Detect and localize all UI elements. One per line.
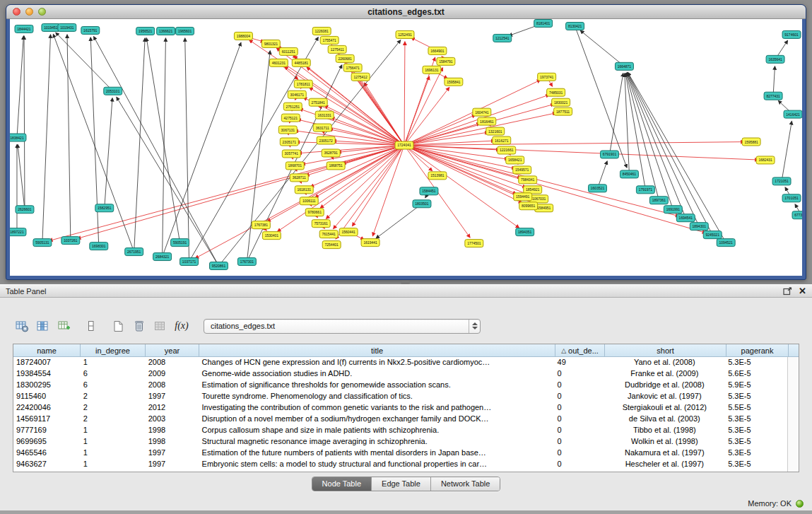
graph-node[interactable]: 1897221 — [10, 228, 26, 236]
graph-node[interactable]: 1781811 — [294, 80, 312, 88]
graph-node[interactable]: 2684321 — [153, 253, 172, 261]
graph-node[interactable]: 3057741 — [282, 150, 300, 158]
graph-node[interactable]: 8450461 — [620, 170, 638, 178]
close-panel-icon[interactable]: ✕ — [799, 286, 806, 296]
network-canvas-container[interactable]: 1724041160474118164611321601161627112216… — [10, 19, 802, 276]
graph-node[interactable]: 1868751 — [326, 162, 345, 170]
graph-node[interactable]: 2751251 — [283, 103, 302, 110]
network-view-window[interactable]: citations_edges.txt 17240411604741181646… — [6, 4, 806, 280]
graph-node[interactable]: 1513981 — [428, 172, 447, 180]
tab-network-table[interactable]: Network Table — [431, 477, 500, 491]
graph-node[interactable]: 1594491 — [514, 193, 532, 201]
graph-node[interactable]: 1877511 — [554, 107, 572, 115]
graph-node[interactable]: 1791971 — [636, 186, 654, 194]
graph-node[interactable]: 1767301 — [237, 258, 256, 266]
graph-node[interactable]: 4601231 — [269, 59, 288, 66]
graph-node[interactable]: 2053101 — [104, 87, 122, 95]
column-header-out_degree[interactable]: △out_de... — [555, 344, 605, 357]
graph-node[interactable]: 1965601 — [176, 27, 194, 35]
zoom-window-button[interactable] — [38, 8, 46, 16]
graph-node[interactable]: 7254401 — [322, 241, 341, 249]
show-columns-icon[interactable] — [34, 317, 52, 335]
graph-node[interactable]: 9245021 — [703, 231, 722, 239]
network-canvas[interactable]: 1724041160474118164611321601161627112216… — [10, 19, 802, 276]
graph-node[interactable]: 1988004 — [234, 32, 252, 40]
graph-node[interactable]: 1530401 — [262, 232, 281, 240]
graph-node[interactable]: 3067131 — [278, 126, 297, 134]
graph-node[interactable]: 9174601 — [782, 30, 801, 38]
graph-node[interactable]: 1724041 — [395, 141, 413, 149]
delete-icon[interactable] — [130, 317, 148, 335]
table-scrollbar[interactable] — [787, 357, 799, 472]
graph-node[interactable]: 1774501 — [465, 240, 483, 247]
float-panel-icon[interactable] — [783, 287, 792, 296]
graph-node[interactable]: 1416421 — [784, 110, 802, 118]
graph-node[interactable]: 1721051 — [772, 177, 791, 185]
graph-node[interactable]: 2626601 — [16, 206, 34, 214]
graph-node[interactable]: 1854921 — [524, 186, 542, 194]
table-row[interactable]: 1456911722003Disruption of a novel membe… — [13, 414, 787, 425]
table-row[interactable]: 969969511998Structural magnetic resonanc… — [13, 436, 787, 448]
graph-node[interactable]: 1067031 — [530, 195, 548, 203]
graph-node[interactable]: 1635641 — [766, 55, 784, 63]
graph-node[interactable]: 3628791 — [322, 149, 340, 157]
table-row[interactable]: 1938455462009Genome-wide association stu… — [13, 368, 787, 380]
graph-node[interactable]: 1696131 — [423, 66, 441, 74]
table-mode-icon[interactable] — [13, 317, 31, 335]
tab-edge-table[interactable]: Edge Table — [372, 477, 431, 491]
graph-node[interactable]: 1897361 — [649, 197, 668, 204]
graph-node[interactable]: 1755471 — [320, 36, 339, 44]
graph-node[interactable]: 1582951 — [95, 204, 114, 212]
graph-node[interactable]: 7573161 — [312, 220, 330, 228]
graph-node[interactable]: 1658421 — [506, 156, 524, 164]
graph-node[interactable]: 1631331 — [315, 111, 334, 119]
window-titlebar[interactable]: citations_edges.txt — [6, 5, 806, 19]
graph-node[interactable]: 1894351 — [516, 228, 534, 236]
graph-node[interactable]: 1664901 — [428, 47, 447, 54]
graph-node[interactable]: 2751841 — [309, 98, 327, 106]
graph-node[interactable]: 1756471 — [343, 64, 362, 71]
column-header-title[interactable]: title — [199, 344, 555, 357]
graph-node[interactable]: 1321601 — [486, 127, 505, 135]
graph-node[interactable]: 3628711 — [290, 174, 308, 182]
graph-node[interactable]: 4485181 — [292, 59, 310, 66]
graph-node[interactable]: 6011251 — [279, 47, 298, 55]
graph-node[interactable]: 1816461 — [478, 117, 496, 125]
minimize-window-button[interactable] — [25, 8, 33, 16]
rows-icon[interactable] — [82, 317, 100, 335]
graph-node[interactable]: 1698301 — [90, 243, 108, 250]
graph-node[interactable]: 1549571 — [513, 166, 531, 174]
graph-node[interactable]: 1682431 — [756, 156, 775, 164]
graph-node[interactable]: 1584451 — [420, 187, 438, 195]
graph-node[interactable]: 1615791 — [81, 26, 100, 34]
graph-node[interactable]: 1584791 — [437, 57, 455, 65]
graph-node[interactable]: 1595841 — [445, 78, 463, 86]
close-window-button[interactable] — [13, 8, 20, 16]
column-header-year[interactable]: year — [146, 344, 199, 357]
create-column-icon[interactable] — [55, 317, 73, 335]
table-row[interactable]: 946554611997Estimation of the future num… — [13, 448, 787, 459]
table-row[interactable]: 2242004622012Investigating the contribut… — [13, 402, 787, 414]
graph-node[interactable]: 1619441 — [361, 239, 379, 247]
table-row[interactable]: 1872400712008Changes of HCN gene express… — [13, 357, 787, 368]
table-row[interactable]: 946362711997Embryonic stem cells: a mode… — [13, 459, 787, 470]
graph-node[interactable]: 8099651 — [519, 202, 538, 210]
graph-node[interactable]: 1019431 — [58, 23, 76, 31]
table-row[interactable]: 977716911998Corpus callosum shape and si… — [13, 425, 787, 436]
graph-node[interactable]: 1838421 — [10, 134, 26, 141]
graph-node[interactable]: 1221661 — [498, 146, 516, 154]
graph-node[interactable]: 1212541 — [493, 34, 512, 42]
graph-node[interactable]: 2671951 — [125, 248, 143, 256]
graph-node[interactable]: 2305171 — [280, 138, 298, 146]
graph-node[interactable]: 9780661 — [305, 209, 324, 216]
graph-node[interactable]: 1037171 — [180, 258, 199, 266]
graph-node[interactable]: 7485031 — [547, 88, 565, 96]
tab-node-table[interactable]: Node Table — [312, 477, 372, 491]
graph-node[interactable]: 1604741 — [473, 108, 491, 116]
column-header-pagerank[interactable]: pagerank — [726, 344, 789, 357]
graph-node[interactable]: 1603521 — [589, 185, 607, 192]
graph-node[interactable]: 9520861 — [209, 262, 228, 270]
graph-node[interactable]: 3631711 — [313, 124, 331, 132]
new-table-icon[interactable] — [109, 317, 127, 335]
graph-node[interactable]: 8130421 — [566, 22, 584, 30]
